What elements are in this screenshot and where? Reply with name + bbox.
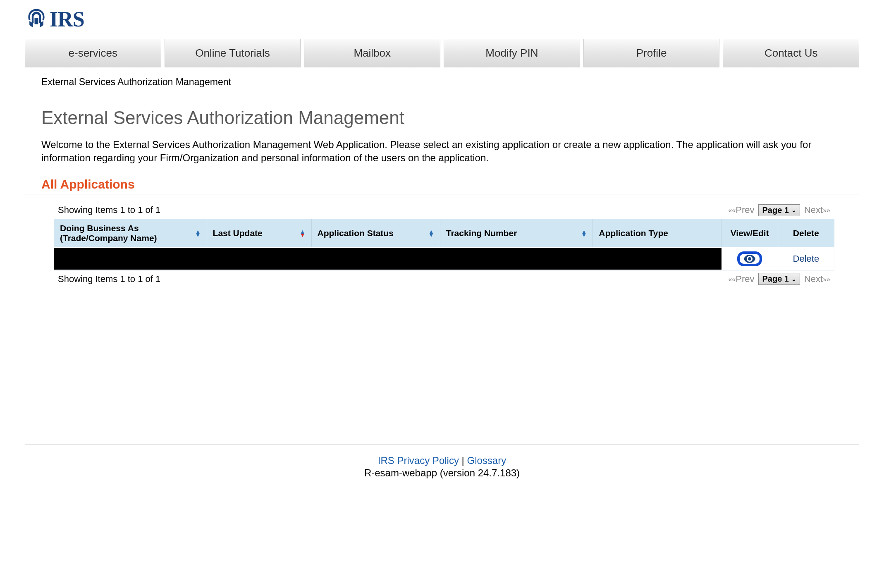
next-link-top[interactable]: Next»»	[804, 205, 830, 215]
page-select-top[interactable]: Page 1⌄	[758, 204, 800, 216]
showing-items-top: Showing Items 1 to 1 of 1	[58, 205, 160, 215]
footer: IRS Privacy Policy | Glossary R-esam-web…	[25, 455, 859, 504]
delete-link[interactable]: Delete	[778, 247, 834, 270]
chevron-down-icon: ⌄	[791, 207, 796, 213]
col-last-update[interactable]: Last Update ▲▼	[207, 219, 311, 247]
intro-text: Welcome to the External Services Authori…	[25, 136, 859, 177]
sort-icon: ▲▼	[428, 230, 434, 237]
chevron-down-icon: ⌄	[791, 276, 796, 282]
table-controls-bottom: Showing Items 1 to 1 of 1 ««Prev Page 1⌄…	[25, 270, 859, 287]
nav-modify-pin[interactable]: Modify PIN	[444, 39, 580, 67]
col-tracking[interactable]: Tracking Number ▲▼	[440, 219, 593, 247]
section-divider	[25, 194, 859, 194]
redacted-row-data	[54, 248, 722, 270]
footer-separator: |	[462, 455, 464, 466]
all-applications-header: All Applications	[25, 177, 859, 194]
pager-top: ««Prev Page 1⌄ Next»»	[728, 204, 830, 216]
svg-point-1	[748, 257, 751, 261]
logo-area: IRS	[25, 0, 859, 35]
irs-logo[interactable]: IRS	[25, 7, 84, 31]
next-link-bottom[interactable]: Next»»	[804, 274, 830, 284]
main-nav: e-services Online Tutorials Mailbox Modi…	[25, 39, 859, 67]
glossary-link[interactable]: Glossary	[467, 455, 506, 466]
prev-link-top[interactable]: ««Prev	[728, 205, 754, 215]
table-row: Delete	[54, 247, 834, 270]
prev-link-bottom[interactable]: ««Prev	[728, 274, 754, 284]
page-select-bottom[interactable]: Page 1⌄	[758, 273, 800, 285]
footer-version: R-esam-webapp (version 24.7.183)	[25, 467, 859, 479]
nav-tutorials[interactable]: Online Tutorials	[165, 39, 301, 67]
col-app-status[interactable]: Application Status ▲▼	[311, 219, 440, 247]
breadcrumb: External Services Authorization Manageme…	[25, 67, 859, 88]
footer-divider	[25, 445, 859, 445]
col-app-type[interactable]: Application Type	[593, 219, 722, 247]
showing-items-bottom: Showing Items 1 to 1 of 1	[58, 274, 160, 284]
col-delete: Delete	[778, 219, 834, 247]
irs-logo-text: IRS	[50, 7, 84, 31]
nav-mailbox[interactable]: Mailbox	[304, 39, 440, 67]
page-title: External Services Authorization Manageme…	[25, 88, 859, 136]
nav-contact-us[interactable]: Contact Us	[723, 39, 859, 67]
svg-rect-0	[35, 18, 38, 24]
eye-icon	[744, 255, 755, 263]
col-view-edit: View/Edit	[722, 219, 778, 247]
applications-table: Doing Business As (Trade/Company Name) ▲…	[54, 219, 834, 271]
irs-eagle-icon	[25, 7, 48, 31]
col-dba[interactable]: Doing Business As (Trade/Company Name) ▲…	[54, 219, 207, 247]
table-controls-top: Showing Items 1 to 1 of 1 ««Prev Page 1⌄…	[25, 204, 859, 219]
sort-icon: ▲▼	[300, 230, 306, 237]
sort-icon: ▲▼	[581, 230, 587, 237]
sort-icon: ▲▼	[195, 230, 201, 237]
view-edit-button[interactable]	[737, 251, 762, 266]
nav-profile[interactable]: Profile	[583, 39, 720, 67]
privacy-policy-link[interactable]: IRS Privacy Policy	[378, 455, 459, 466]
nav-eservices[interactable]: e-services	[25, 39, 161, 67]
pager-bottom: ««Prev Page 1⌄ Next»»	[728, 273, 830, 285]
